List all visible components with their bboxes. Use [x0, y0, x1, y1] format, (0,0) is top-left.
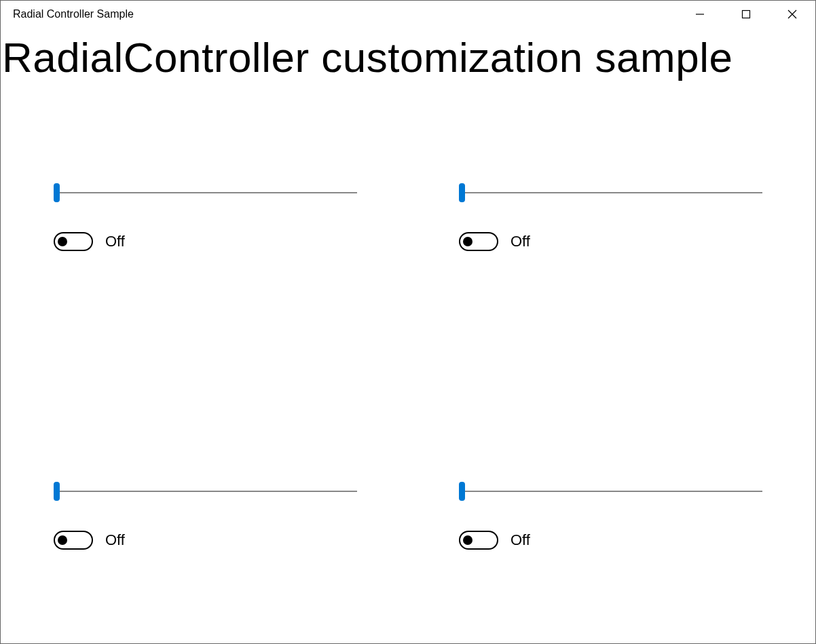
window-title: Radial Controller Sample — [13, 8, 134, 20]
content-grid: Off Off Off — [1, 81, 815, 550]
control-group-0: Off — [54, 183, 357, 251]
toggle-label-3: Off — [511, 531, 530, 549]
slider-thumb[interactable] — [54, 482, 60, 501]
control-group-2: Off — [54, 482, 357, 550]
toggle-1[interactable] — [459, 232, 498, 251]
toggle-knob — [463, 237, 472, 246]
toggle-row-2: Off — [54, 531, 357, 550]
titlebar-controls — [677, 1, 815, 28]
slider-track — [459, 491, 762, 492]
toggle-row-1: Off — [459, 232, 762, 251]
close-button[interactable] — [769, 1, 815, 28]
toggle-label-2: Off — [105, 531, 125, 549]
page-title: RadialController customization sample — [1, 28, 815, 81]
slider-thumb[interactable] — [459, 482, 465, 501]
control-group-3: Off — [459, 482, 762, 550]
minimize-button[interactable] — [677, 1, 723, 28]
slider-thumb[interactable] — [54, 183, 60, 202]
minimize-icon — [695, 10, 705, 19]
toggle-row-3: Off — [459, 531, 762, 550]
slider-track — [54, 192, 357, 193]
toggle-0[interactable] — [54, 232, 93, 251]
toggle-3[interactable] — [459, 531, 498, 550]
slider-0[interactable] — [54, 183, 357, 202]
toggle-row-0: Off — [54, 232, 357, 251]
toggle-label-0: Off — [105, 233, 125, 250]
svg-rect-1 — [743, 11, 750, 18]
control-group-1: Off — [459, 183, 762, 251]
toggle-knob — [463, 535, 472, 545]
maximize-button[interactable] — [723, 1, 769, 28]
slider-3[interactable] — [459, 482, 762, 501]
titlebar: Radial Controller Sample — [1, 1, 815, 28]
slider-1[interactable] — [459, 183, 762, 202]
slider-track — [54, 491, 357, 492]
toggle-2[interactable] — [54, 531, 93, 550]
toggle-knob — [58, 535, 67, 545]
close-icon — [787, 10, 797, 19]
toggle-knob — [58, 237, 67, 246]
toggle-label-1: Off — [511, 233, 530, 250]
maximize-icon — [741, 10, 751, 19]
slider-track — [459, 192, 762, 193]
slider-2[interactable] — [54, 482, 357, 501]
slider-thumb[interactable] — [459, 183, 465, 202]
